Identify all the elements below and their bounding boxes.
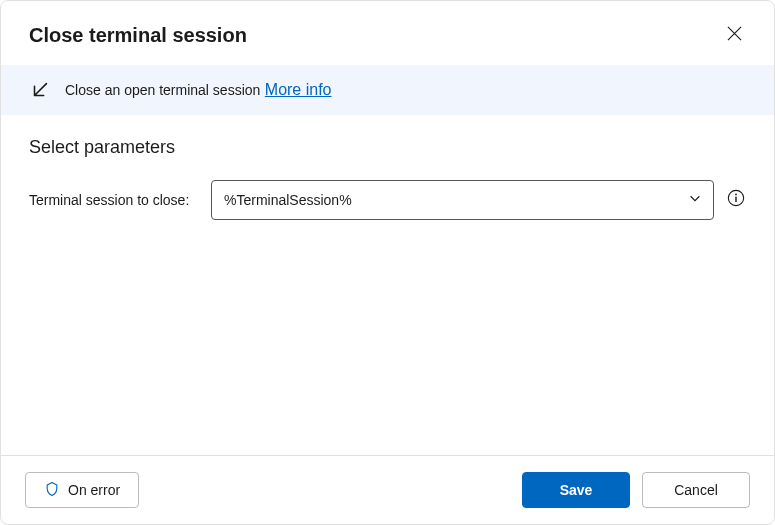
info-bar-content: Close an open terminal session More info: [65, 81, 332, 99]
shield-icon: [44, 481, 60, 500]
cancel-button[interactable]: Cancel: [642, 472, 750, 508]
close-icon: [727, 26, 742, 44]
save-button[interactable]: Save: [522, 472, 630, 508]
terminal-session-select[interactable]: %TerminalSession%: [211, 180, 714, 220]
footer-right: Save Cancel: [522, 472, 750, 508]
cancel-label: Cancel: [674, 482, 718, 498]
on-error-label: On error: [68, 482, 120, 498]
section-title: Select parameters: [29, 137, 746, 158]
info-bar-description: Close an open terminal session: [65, 82, 260, 98]
svg-rect-2: [735, 197, 736, 202]
param-label: Terminal session to close:: [29, 192, 199, 208]
svg-point-1: [735, 194, 737, 196]
dialog-footer: On error Save Cancel: [1, 455, 774, 524]
info-icon: [727, 189, 745, 211]
close-button[interactable]: [718, 19, 750, 51]
select-box[interactable]: %TerminalSession%: [211, 180, 714, 220]
dialog-content: Select parameters Terminal session to cl…: [1, 115, 774, 455]
dialog-header: Close terminal session: [1, 1, 774, 65]
save-label: Save: [560, 482, 593, 498]
dialog-title: Close terminal session: [29, 24, 247, 47]
info-bar: Close an open terminal session More info: [1, 65, 774, 115]
more-info-link[interactable]: More info: [265, 81, 332, 98]
arrow-down-left-icon: [29, 79, 51, 101]
param-row: Terminal session to close: %TerminalSess…: [29, 180, 746, 220]
select-value: %TerminalSession%: [224, 192, 352, 208]
on-error-button[interactable]: On error: [25, 472, 139, 508]
dialog-close-terminal-session: Close terminal session Close an open ter…: [0, 0, 775, 525]
help-button[interactable]: [726, 190, 746, 210]
